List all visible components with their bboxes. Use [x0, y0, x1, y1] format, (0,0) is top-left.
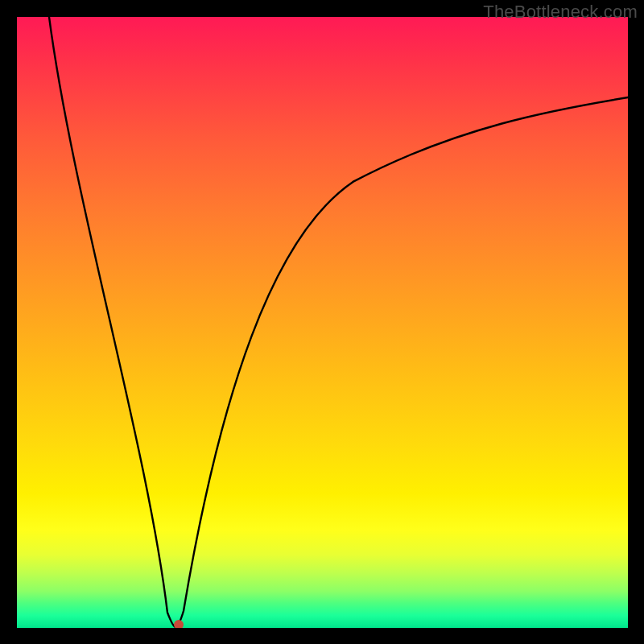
bottleneck-curve	[17, 17, 628, 628]
optimal-point-marker	[174, 620, 184, 628]
watermark-text: TheBottleneck.com	[483, 2, 638, 23]
chart-frame: TheBottleneck.com	[0, 0, 644, 644]
plot-area	[17, 17, 628, 628]
